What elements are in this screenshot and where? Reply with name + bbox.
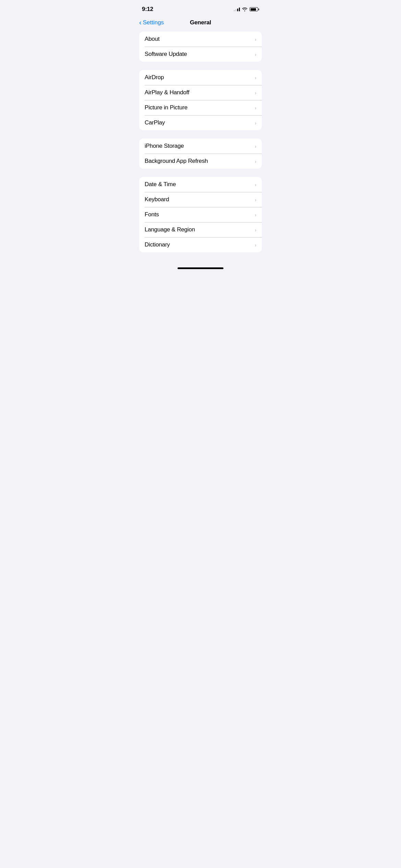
nav-bar: ‹ Settings General <box>134 16 267 32</box>
date-time-chevron-icon: › <box>255 182 256 188</box>
list-item-date-time[interactable]: Date & Time › <box>139 177 262 192</box>
status-icons <box>234 7 259 11</box>
list-item-dictionary[interactable]: Dictionary › <box>139 237 262 252</box>
airplay-handoff-label: AirPlay & Handoff <box>145 89 189 96</box>
keyboard-chevron-icon: › <box>255 197 256 203</box>
list-item-airdrop[interactable]: AirDrop › <box>139 70 262 85</box>
list-item-carplay[interactable]: CarPlay › <box>139 115 262 130</box>
list-item-about[interactable]: About › <box>139 32 262 47</box>
home-indicator-bar <box>178 267 223 269</box>
page-title: General <box>190 19 211 26</box>
wifi-icon <box>242 7 247 11</box>
background-app-refresh-chevron-icon: › <box>255 158 256 164</box>
back-chevron-icon: ‹ <box>139 19 142 26</box>
carplay-label: CarPlay <box>145 119 165 126</box>
keyboard-label: Keyboard <box>145 196 169 203</box>
fonts-label: Fonts <box>145 211 159 218</box>
background-app-refresh-label: Background App Refresh <box>145 158 208 165</box>
about-label: About <box>145 36 159 43</box>
airdrop-chevron-icon: › <box>255 75 256 81</box>
status-bar: 9:12 <box>134 0 267 16</box>
back-label: Settings <box>143 19 164 26</box>
list-item-picture-in-picture[interactable]: Picture in Picture › <box>139 100 262 115</box>
list-item-keyboard[interactable]: Keyboard › <box>139 192 262 207</box>
date-time-label: Date & Time <box>145 181 176 188</box>
list-item-fonts[interactable]: Fonts › <box>139 207 262 222</box>
section-group-2: AirDrop › AirPlay & Handoff › Picture in… <box>139 70 262 130</box>
list-item-language-region[interactable]: Language & Region › <box>139 222 262 237</box>
dictionary-label: Dictionary <box>145 241 170 248</box>
software-update-label: Software Update <box>145 51 187 58</box>
status-time: 9:12 <box>142 6 153 13</box>
list-item-software-update[interactable]: Software Update › <box>139 47 262 62</box>
language-region-chevron-icon: › <box>255 227 256 233</box>
airplay-handoff-chevron-icon: › <box>255 90 256 96</box>
content: About › Software Update › AirDrop › AirP… <box>134 32 267 252</box>
airdrop-label: AirDrop <box>145 74 164 81</box>
list-item-airplay-handoff[interactable]: AirPlay & Handoff › <box>139 85 262 100</box>
iphone-storage-chevron-icon: › <box>255 143 256 149</box>
list-item-iphone-storage[interactable]: iPhone Storage › <box>139 138 262 154</box>
section-group-4: Date & Time › Keyboard › Fonts › Languag… <box>139 177 262 252</box>
about-chevron-icon: › <box>255 36 256 42</box>
picture-in-picture-label: Picture in Picture <box>145 104 187 111</box>
section-group-3: iPhone Storage › Background App Refresh … <box>139 138 262 169</box>
signal-icon <box>234 7 240 11</box>
picture-in-picture-chevron-icon: › <box>255 105 256 111</box>
back-button[interactable]: ‹ Settings <box>139 19 164 26</box>
software-update-chevron-icon: › <box>255 51 256 57</box>
carplay-chevron-icon: › <box>255 120 256 126</box>
fonts-chevron-icon: › <box>255 212 256 218</box>
dictionary-chevron-icon: › <box>255 242 256 248</box>
battery-icon <box>250 7 259 11</box>
iphone-storage-label: iPhone Storage <box>145 143 184 149</box>
home-indicator <box>134 261 267 272</box>
language-region-label: Language & Region <box>145 226 195 233</box>
section-group-1: About › Software Update › <box>139 32 262 62</box>
list-item-background-app-refresh[interactable]: Background App Refresh › <box>139 154 262 169</box>
